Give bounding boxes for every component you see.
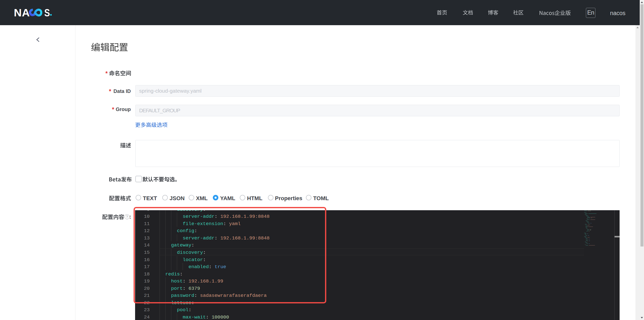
svg-text:S: S	[44, 7, 50, 18]
svg-text:NA: NA	[14, 7, 30, 18]
